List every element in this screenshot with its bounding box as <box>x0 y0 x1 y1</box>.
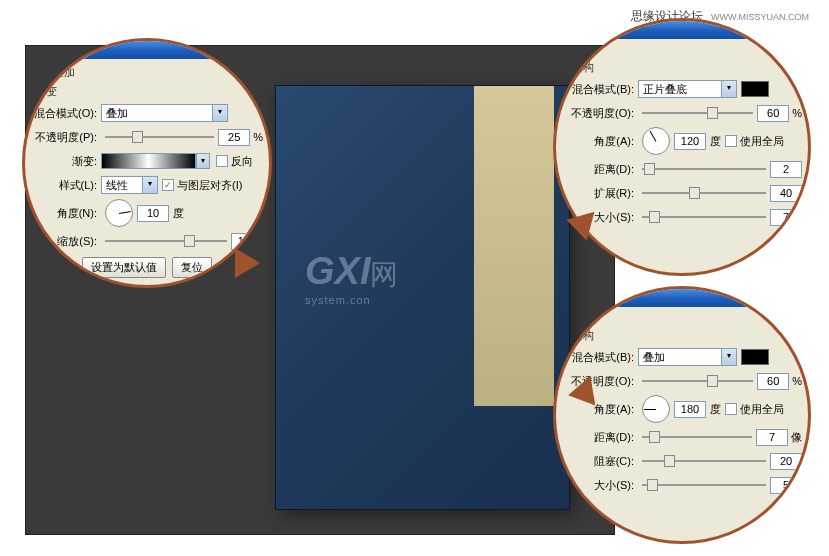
distance-slider[interactable] <box>642 161 766 177</box>
global-label: 使用全局 <box>740 134 784 149</box>
blend-mode-dropdown[interactable]: 叠加▾ <box>101 104 228 122</box>
watermark-url: WWW.MISSYUAN.COM <box>711 12 809 22</box>
size-label: 大小(S): <box>568 478 638 493</box>
size-slider[interactable] <box>642 209 766 225</box>
blend-mode-label: 混合模式(B): <box>568 82 638 97</box>
color-swatch[interactable] <box>741 81 769 97</box>
blend-mode-dropdown[interactable]: 正片叠底▾ <box>638 80 737 98</box>
opacity-slider[interactable] <box>105 129 214 145</box>
section-label: 结构 <box>572 60 802 75</box>
spread-slider[interactable] <box>642 185 766 201</box>
blend-mode-dropdown[interactable]: 叠加▾ <box>638 348 737 366</box>
global-checkbox[interactable] <box>725 403 737 415</box>
logo-sub: system.con <box>305 294 398 306</box>
align-label: 与图层对齐(I) <box>177 178 242 193</box>
global-label: 使用全局 <box>740 402 784 417</box>
chevron-down-icon: ▾ <box>212 105 227 121</box>
reverse-checkbox[interactable] <box>216 155 228 167</box>
pct-label: % <box>792 375 802 387</box>
opacity-input[interactable]: 25 <box>218 129 250 146</box>
distance-label: 距离(D): <box>568 430 638 445</box>
color-swatch[interactable] <box>741 349 769 365</box>
section-label: 渐变 <box>35 84 263 99</box>
bubble-drop-shadow: 投影 结构 混合模式(B): 正片叠底▾ 不透明度(O): 60 % 角度(A)… <box>553 18 811 276</box>
default-button[interactable]: 设置为默认值 <box>82 257 166 278</box>
opacity-slider[interactable] <box>642 373 753 389</box>
distance-input[interactable]: 2 <box>770 161 802 178</box>
distance-unit: 像 <box>791 430 802 445</box>
spread-label: 扩展(R): <box>568 186 638 201</box>
angle-input[interactable]: 10 <box>137 205 169 222</box>
angle-unit: 度 <box>173 206 184 221</box>
opacity-label: 不透明度(P): <box>31 130 101 145</box>
angle-input[interactable]: 120 <box>674 133 706 150</box>
distance-label: 距离(D): <box>568 162 638 177</box>
distance-input[interactable]: 7 <box>756 429 788 446</box>
chevron-down-icon[interactable]: ▾ <box>196 153 210 169</box>
distance-slider[interactable] <box>642 429 752 445</box>
angle-label: 角度(N): <box>31 206 101 221</box>
angle-label: 角度(A): <box>568 134 638 149</box>
angle-input[interactable]: 180 <box>674 401 706 418</box>
bubble-pointer <box>235 248 260 278</box>
scale-slider[interactable] <box>105 233 227 249</box>
global-checkbox[interactable] <box>725 135 737 147</box>
chevron-down-icon: ▾ <box>721 81 736 97</box>
blend-mode-label: 混合模式(O): <box>31 106 101 121</box>
logo-tail: 网 <box>370 259 398 290</box>
opacity-input[interactable]: 60 <box>757 105 789 122</box>
angle-unit: 度 <box>710 134 721 149</box>
angle-unit: 度 <box>710 402 721 417</box>
blend-mode-label: 混合模式(B): <box>568 350 638 365</box>
gradient-picker[interactable] <box>101 153 196 169</box>
align-checkbox[interactable]: ✓ <box>162 179 174 191</box>
pct-label: % <box>792 107 802 119</box>
gx-logo: GXI网 system.con <box>305 250 398 306</box>
style-label: 样式(L): <box>31 178 101 193</box>
opacity-input[interactable]: 60 <box>757 373 789 390</box>
chevron-down-icon: ▾ <box>142 177 157 193</box>
section-label: 结构 <box>572 328 802 343</box>
reverse-label: 反向 <box>231 154 253 169</box>
panel-title: 渐变叠加 <box>31 65 263 80</box>
book-strip <box>474 86 554 406</box>
pct-label: % <box>253 131 263 143</box>
bubble-inner-shadow: 内阴影 结构 混合模式(B): 叠加▾ 不透明度(O): 60 % 角度(A):… <box>553 286 811 544</box>
angle-dial[interactable] <box>642 395 670 423</box>
choke-input[interactable]: 20 <box>770 453 802 470</box>
size-input[interactable]: 5 <box>770 477 802 494</box>
angle-dial[interactable] <box>642 127 670 155</box>
style-dropdown[interactable]: 线性▾ <box>101 176 158 194</box>
size-slider[interactable] <box>642 477 766 493</box>
spread-input[interactable]: 40 <box>770 185 802 202</box>
panel-title: 投影 <box>564 41 802 56</box>
size-input[interactable]: 7 <box>770 209 802 226</box>
opacity-label: 不透明度(O): <box>568 106 638 121</box>
choke-slider[interactable] <box>642 453 766 469</box>
logo-main: GXI <box>305 250 370 292</box>
gradient-label: 渐变: <box>31 154 101 169</box>
chevron-down-icon: ▾ <box>721 349 736 365</box>
angle-dial[interactable] <box>105 199 133 227</box>
bubble-pointer <box>566 376 596 410</box>
opacity-slider[interactable] <box>642 105 753 121</box>
choke-label: 阻塞(C): <box>568 454 638 469</box>
